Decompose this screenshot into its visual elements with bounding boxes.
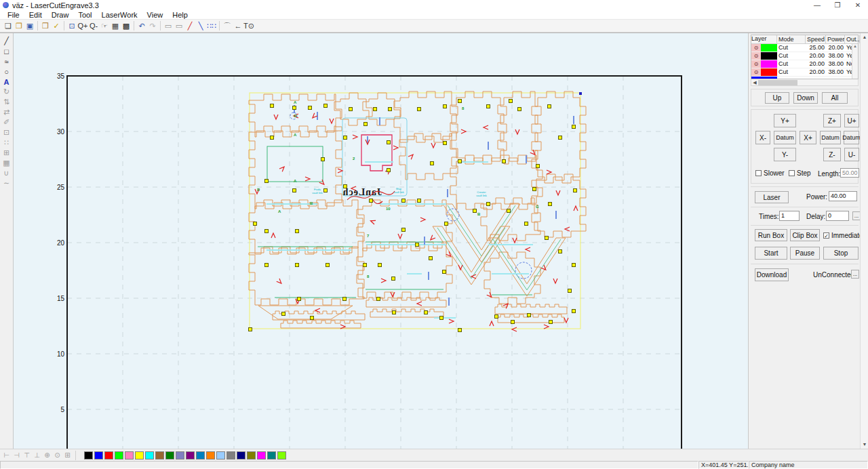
layer-row-1[interactable]: ⊙Cut25.0020.00Yes1 xyxy=(751,44,858,52)
offset-tool-icon[interactable]: ⊡ xyxy=(1,127,12,138)
layer-color-cell[interactable]: ⊙ xyxy=(751,52,777,60)
layer-color-swatch[interactable] xyxy=(761,52,777,60)
layer-row-3[interactable]: ⊙Cut20.0038.00No1 xyxy=(751,60,858,68)
palette-color-1[interactable] xyxy=(84,451,93,460)
save-icon[interactable]: ▣ xyxy=(24,20,35,31)
layer-color-swatch[interactable] xyxy=(761,68,777,76)
layer-row-2[interactable]: ⊙Cut20.0038.00Yes1 xyxy=(751,52,858,60)
center-v-icon[interactable]: ⊙ xyxy=(52,450,62,460)
zoom-out-icon[interactable]: Q- xyxy=(88,20,99,31)
pan-icon[interactable]: ☞ xyxy=(99,20,110,31)
rotate-tool-icon[interactable]: ↻ xyxy=(1,87,12,97)
line-tool-icon[interactable]: ╱ xyxy=(1,36,12,46)
layer-row-4[interactable]: ⊙Cut20.0038.00Yes1 xyxy=(751,68,858,77)
align-top-icon[interactable]: ⊤ xyxy=(22,450,32,460)
slower-checkbox[interactable]: Slower xyxy=(755,169,785,177)
palette-color-16[interactable] xyxy=(237,451,245,460)
start-button[interactable]: Start xyxy=(755,247,787,260)
text-tool-icon[interactable]: A xyxy=(1,77,12,87)
layer-visible-icon[interactable]: ⊙ xyxy=(751,52,761,60)
arrow-left-icon[interactable]: ← xyxy=(233,20,243,31)
to-origin-icon[interactable]: T⊙ xyxy=(243,20,254,31)
panel-scrollbar[interactable]: ▲ ▼ xyxy=(860,33,868,449)
zoom-in-icon[interactable]: Q+ xyxy=(77,20,88,31)
layer-color-cell[interactable]: ⊙ xyxy=(751,60,777,68)
u-plus-button[interactable]: U+ xyxy=(844,114,859,127)
palette-color-12[interactable] xyxy=(196,451,205,460)
menu-laserwork[interactable]: LaserWork xyxy=(97,11,142,19)
palette-color-3[interactable] xyxy=(104,451,113,460)
menu-view[interactable]: View xyxy=(142,11,168,19)
red-line-icon[interactable]: ╱ xyxy=(184,20,195,31)
palette-color-7[interactable] xyxy=(145,451,154,460)
arc-icon[interactable]: ⌒ xyxy=(222,20,233,31)
menu-tool[interactable]: Tool xyxy=(73,11,96,19)
grid-dark-icon[interactable]: ▩ xyxy=(121,20,132,31)
x-minus-button[interactable]: X- xyxy=(755,131,770,144)
mirror-v-tool-icon[interactable]: ⇅ xyxy=(1,97,12,107)
stop-button[interactable]: Stop xyxy=(823,247,859,260)
run-box-button[interactable]: Run Box xyxy=(755,229,787,241)
node-edit-tool-icon[interactable]: ✐ xyxy=(1,117,12,127)
layer-table-hscrollbar[interactable]: ◀ xyxy=(751,79,859,86)
delay-field[interactable]: 0 xyxy=(826,211,849,221)
menu-help[interactable]: Help xyxy=(167,11,193,19)
new-icon[interactable]: ❏ xyxy=(3,20,14,31)
download-button[interactable]: Download xyxy=(755,268,789,281)
open-icon[interactable]: ❐ xyxy=(14,20,24,31)
marquee2-icon[interactable]: ▭ xyxy=(174,20,184,31)
layer-color-cell[interactable]: ⊙ xyxy=(751,44,777,52)
z-minus-button[interactable]: Z- xyxy=(823,148,841,161)
palette-color-15[interactable] xyxy=(226,451,235,460)
add-box-tool-icon[interactable]: ⊞ xyxy=(1,148,12,158)
marquee-icon[interactable]: ▭ xyxy=(163,20,174,31)
dots-grid-icon[interactable]: ∷∷ xyxy=(206,20,217,31)
layer-visible-icon[interactable]: ⊙ xyxy=(751,68,761,76)
scroll-down-icon[interactable]: ▼ xyxy=(861,441,868,449)
step-checkbox[interactable]: Step xyxy=(789,169,811,177)
palette-color-5[interactable] xyxy=(125,451,134,460)
up-button[interactable]: Up xyxy=(765,92,789,104)
layer-visible-icon[interactable]: ⊙ xyxy=(751,60,761,68)
palette-color-6[interactable] xyxy=(135,451,144,460)
menu-edit[interactable]: Edit xyxy=(24,11,47,19)
power-field[interactable]: 40.00 xyxy=(829,191,857,201)
length-field[interactable]: 50.00 xyxy=(840,168,859,178)
down-button[interactable]: Down xyxy=(793,92,818,104)
import-icon[interactable]: ❒ xyxy=(40,20,51,31)
palette-color-9[interactable] xyxy=(165,451,174,460)
connection-more-button[interactable]: ... xyxy=(851,270,859,279)
palette-color-11[interactable] xyxy=(186,451,195,460)
layer-color-swatch[interactable] xyxy=(761,44,777,52)
knife-icon[interactable]: ✓ xyxy=(51,20,62,31)
palette-color-8[interactable] xyxy=(155,451,164,460)
menu-draw[interactable]: Draw xyxy=(47,11,74,19)
layer-table[interactable]: Layer Mode Speed Power Out... ⊙Cut25.002… xyxy=(751,35,859,79)
palette-color-13[interactable] xyxy=(206,451,215,460)
all-button[interactable]: All xyxy=(822,92,848,104)
undo-icon[interactable]: ↶ xyxy=(136,20,147,31)
times-field[interactable]: 1 xyxy=(779,211,800,221)
align-right-icon[interactable]: ⊣ xyxy=(12,450,22,460)
curve-tool-icon[interactable]: ≈ xyxy=(1,56,12,66)
drawing-canvas[interactable]: 3530252015105AOAABA2108B78RGJanLechFixda… xyxy=(14,33,748,449)
center-both-icon[interactable]: ⊞ xyxy=(62,450,73,460)
layer-row-partial[interactable] xyxy=(751,77,858,79)
z-datum-button[interactable]: Datum xyxy=(820,131,841,144)
ellipse-tool-icon[interactable]: ○ xyxy=(1,66,12,77)
grid-preview-icon[interactable]: ▦ xyxy=(110,20,121,31)
palette-color-2[interactable] xyxy=(94,451,103,460)
palette-color-20[interactable] xyxy=(277,451,286,460)
palette-color-4[interactable] xyxy=(115,451,123,460)
blue-line-icon[interactable]: ╲ xyxy=(195,20,206,31)
palette-color-17[interactable] xyxy=(247,451,256,460)
datum-button[interactable]: Datum xyxy=(774,131,796,144)
wave-tool-icon[interactable]: ∼ xyxy=(1,178,12,188)
layer-color-cell[interactable]: ⊙ xyxy=(751,68,777,76)
palette-color-19[interactable] xyxy=(267,451,276,460)
y-minus-button[interactable]: Y- xyxy=(774,148,796,161)
clip-box-button[interactable]: Clip Box xyxy=(790,229,820,241)
minimize-button[interactable]: — xyxy=(807,0,827,10)
array-tool-icon[interactable]: ∷ xyxy=(1,138,12,148)
x-plus-button[interactable]: X+ xyxy=(800,131,816,144)
